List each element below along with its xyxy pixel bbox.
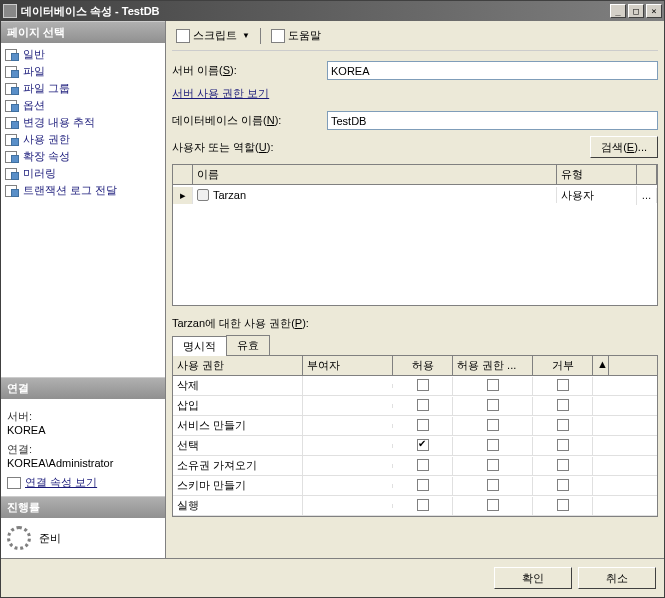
deny-checkbox[interactable] [557,379,569,391]
grantor-col[interactable]: 부여자 [303,356,393,375]
tab-explicit[interactable]: 명시적 [172,336,227,356]
perm-col[interactable]: 사용 권한 [173,356,303,375]
perm-grid-body[interactable]: 삭제삽입서비스 만들기선택소유권 가져오기스키마 만들기실행 [173,376,657,516]
perm-grantor-cell [303,444,393,448]
page-icon [5,151,19,163]
page-item-files[interactable]: 파일 [3,63,163,80]
server-permissions-link[interactable]: 서버 사용 권한 보기 [172,86,658,101]
allow-checkbox[interactable] [417,479,429,491]
page-icon [5,134,19,146]
script-button[interactable]: 스크립트 ▼ [172,27,254,44]
close-button[interactable]: × [646,4,662,18]
perm-grantor-cell [303,404,393,408]
page-item-general[interactable]: 일반 [3,46,163,63]
server-name-field[interactable] [327,61,658,80]
users-roles-label: 사용자 또는 역할(U): [172,140,590,155]
withgrant-checkbox[interactable] [487,439,499,451]
window-title: 데이터베이스 속성 - TestDB [21,4,608,19]
progress-header: 진행률 [1,496,165,518]
allow-checkbox[interactable] [417,439,429,451]
allow-col[interactable]: 허용 [393,356,453,375]
maximize-button[interactable]: □ [628,4,644,18]
titlebar: 데이터베이스 속성 - TestDB _ □ × [1,1,664,21]
chevron-down-icon: ▼ [242,31,250,40]
page-icon [5,168,19,180]
withgrant-checkbox[interactable] [487,419,499,431]
page-icon [5,100,19,112]
perm-row[interactable]: 삽입 [173,396,657,416]
deny-checkbox[interactable] [557,439,569,451]
perm-row[interactable]: 서비스 만들기 [173,416,657,436]
deny-checkbox[interactable] [557,459,569,471]
search-button[interactable]: 검색(E)... [590,136,658,158]
page-item-mirroring[interactable]: 미러링 [3,165,163,182]
withgrant-checkbox[interactable] [487,499,499,511]
page-list: 일반 파일 파일 그룹 옵션 변경 내용 추적 사용 권한 확장 속성 미러링 … [1,43,165,377]
perm-row[interactable]: 선택 [173,436,657,456]
pages-header: 페이지 선택 [1,21,165,43]
perm-row[interactable]: 소유권 가져오기 [173,456,657,476]
grid-name-col[interactable]: 이름 [193,165,557,184]
scroll-col: ▲ [593,356,609,375]
page-item-filegroups[interactable]: 파일 그룹 [3,80,163,97]
grid-type-col[interactable]: 유형 [557,165,637,184]
db-name-field[interactable] [327,111,658,130]
withgrant-checkbox[interactable] [487,379,499,391]
ellipsis-icon: … [642,190,652,201]
page-icon [5,49,19,61]
deny-checkbox[interactable] [557,479,569,491]
withgrant-checkbox[interactable] [487,399,499,411]
server-value: KOREA [7,424,159,436]
perm-row[interactable]: 실행 [173,496,657,516]
connection-section: 서버: KOREA 연결: KOREA\Administrator 연결 속성 … [1,399,165,496]
toolbar-separator [260,28,261,44]
page-icon [5,83,19,95]
row-selector[interactable]: ▸ [173,187,193,204]
deny-checkbox[interactable] [557,499,569,511]
page-item-extended[interactable]: 확장 속성 [3,148,163,165]
page-item-changetracking[interactable]: 변경 내용 추적 [3,114,163,131]
perm-row[interactable]: 스키마 만들기 [173,476,657,496]
withgrant-checkbox[interactable] [487,459,499,471]
perm-name-cell: 실행 [173,496,303,515]
allow-checkbox[interactable] [417,399,429,411]
allow-checkbox[interactable] [417,459,429,471]
page-item-logshipping[interactable]: 트랜잭션 로그 전달 [3,182,163,199]
allow-checkbox[interactable] [417,379,429,391]
withgrant-checkbox[interactable] [487,479,499,491]
toolbar: 스크립트 ▼ 도움말 [172,25,658,51]
perm-grantor-cell [303,464,393,468]
perm-name-cell: 스키마 만들기 [173,476,303,495]
sidebar: 페이지 선택 일반 파일 파일 그룹 옵션 변경 내용 추적 사용 권한 확장 … [1,21,166,558]
progress-status: 준비 [39,531,61,546]
progress-section: 준비 [1,518,165,558]
perm-tabs: 명시적 유효 [172,335,658,355]
tab-effective[interactable]: 유효 [226,335,270,355]
ok-button[interactable]: 확인 [494,567,572,589]
deny-checkbox[interactable] [557,399,569,411]
page-item-permissions[interactable]: 사용 권한 [3,131,163,148]
permissions-grid: 사용 권한 부여자 허용 허용 권한 ... 거부 ▲ 삭제삽입서비스 만들기선… [173,356,657,516]
window-icon [3,4,17,18]
page-icon [5,117,19,129]
perm-grantor-cell [303,484,393,488]
permissions-for-label: Tarzan에 대한 사용 권한(P): [172,316,658,331]
help-button[interactable]: 도움말 [267,27,325,44]
perm-row[interactable]: 삭제 [173,376,657,396]
cancel-button[interactable]: 취소 [578,567,656,589]
row-ellipsis-button[interactable]: … [637,188,657,203]
main-panel: 스크립트 ▼ 도움말 서버 이름(S): 서버 사용 권한 보기 데이터베이스 … [166,21,664,558]
perm-grantor-cell [303,504,393,508]
deny-checkbox[interactable] [557,419,569,431]
db-name-label: 데이터베이스 이름(N): [172,113,327,128]
script-icon [176,29,190,43]
minimize-button[interactable]: _ [610,4,626,18]
allow-checkbox[interactable] [417,499,429,511]
withgrant-col[interactable]: 허용 권한 ... [453,356,533,375]
connection-properties-link[interactable]: 연결 속성 보기 [7,475,159,490]
deny-col[interactable]: 거부 [533,356,593,375]
allow-checkbox[interactable] [417,419,429,431]
perm-name-cell: 선택 [173,436,303,455]
table-row[interactable]: ▸ Tarzan 사용자 … [173,185,657,205]
page-item-options[interactable]: 옵션 [3,97,163,114]
